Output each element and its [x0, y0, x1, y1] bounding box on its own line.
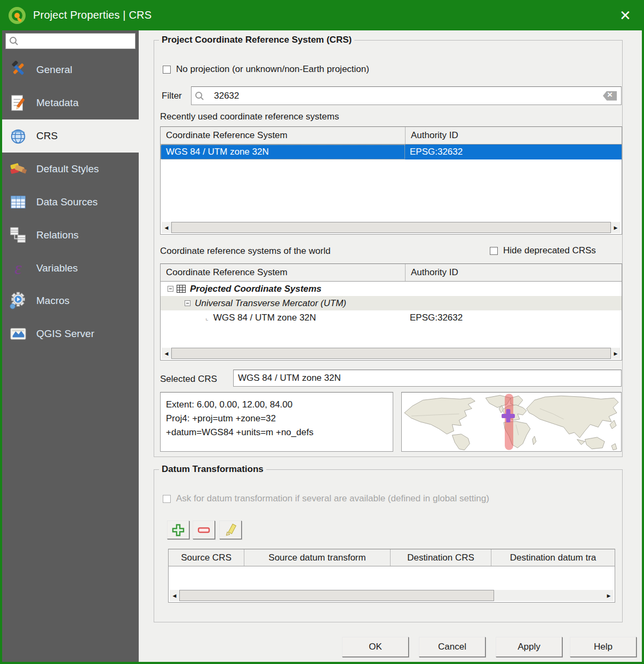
scrollbar-thumb[interactable]	[171, 348, 611, 359]
recent-crs-label: Recently used coordinate reference syste…	[160, 111, 339, 122]
tree-node-label: Projected Coordinate Systems	[190, 284, 322, 294]
sidebar-item-metadata[interactable]: Metadata	[2, 86, 139, 119]
scrollbar-thumb[interactable]	[171, 222, 611, 233]
hide-deprecated-label: Hide deprecated CRSs	[503, 245, 596, 256]
crs-extent-map-preview	[401, 392, 622, 452]
world-table-hscrollbar[interactable]: ◀ ▶	[162, 348, 621, 359]
search-icon	[195, 91, 204, 101]
scroll-right-icon[interactable]: ▶	[611, 348, 621, 359]
paintbrush-icon	[9, 159, 28, 179]
sidebar-item-general[interactable]: General	[2, 53, 139, 86]
window-title: Project Properties | CRS	[33, 9, 152, 21]
no-projection-label: No projection (or unknown/non-Earth proj…	[176, 64, 369, 75]
globe-icon	[9, 126, 28, 146]
filter-label: Filter	[162, 91, 182, 101]
ask-datum-label: Ask for datum transformation if several …	[176, 493, 489, 504]
world-crs-label: Coordinate reference systems of the worl…	[160, 246, 330, 257]
sidebar-item-macros[interactable]: Macros	[2, 284, 139, 317]
tree-node-utm[interactable]: Universal Transverse Mercator (UTM)	[161, 296, 622, 310]
recent-crs-authority[interactable]: EPSG:32632	[405, 145, 622, 159]
titlebar[interactable]: Project Properties | CRS ✕	[0, 0, 644, 30]
selected-crs-field[interactable]: WGS 84 / UTM zone 32N	[233, 370, 622, 387]
sidebar-item-qgis-server[interactable]: QGIS Server	[2, 317, 139, 350]
note-pencil-icon	[9, 93, 28, 113]
column-header-destination-transform[interactable]: Destination datum tra	[491, 549, 615, 566]
sidebar-item-label: Default Styles	[36, 163, 99, 175]
selected-crs-label: Selected CRS	[160, 374, 217, 385]
no-projection-checkbox[interactable]	[163, 66, 171, 74]
world-map-icon	[402, 393, 621, 451]
ok-button[interactable]: OK	[342, 637, 409, 657]
scroll-left-icon[interactable]: ◀	[162, 222, 171, 233]
help-button-label: Help	[594, 642, 613, 652]
datum-table-hscrollbar[interactable]: ◀ ▶	[170, 590, 614, 601]
remove-minus-icon	[197, 524, 210, 537]
column-header-authority[interactable]: Authority ID	[405, 264, 622, 281]
column-header-destination-crs[interactable]: Destination CRS	[390, 549, 491, 566]
world-table-header: Coordinate Reference System Authority ID	[161, 264, 622, 282]
tree-node-projected[interactable]: Projected Coordinate Systems	[161, 282, 622, 296]
scroll-left-icon[interactable]: ◀	[170, 590, 179, 601]
cancel-button[interactable]: Cancel	[419, 637, 486, 657]
gear-play-icon	[9, 291, 28, 310]
ask-datum-checkbox-row: Ask for datum transformation if several …	[163, 493, 489, 504]
ask-datum-checkbox	[163, 495, 171, 503]
recent-crs-row-selected[interactable]: WGS 84 / UTM zone 32N EPSG:32632	[161, 145, 622, 159]
clear-filter-icon[interactable]	[603, 91, 617, 101]
sidebar-item-crs[interactable]: CRS	[2, 119, 139, 153]
sidebar-item-label: CRS	[36, 130, 58, 142]
apply-button[interactable]: Apply	[496, 637, 562, 657]
cancel-button-label: Cancel	[438, 642, 466, 652]
collapse-icon[interactable]	[168, 286, 173, 292]
scroll-right-icon[interactable]: ▶	[604, 590, 614, 601]
hide-deprecated-checkbox[interactable]	[490, 247, 498, 255]
world-crs-table: Coordinate Reference System Authority ID…	[160, 263, 622, 361]
column-header-crs[interactable]: Coordinate Reference System	[161, 264, 405, 281]
sidebar-item-label: General	[36, 64, 73, 76]
column-header-source-transform[interactable]: Source datum transform	[244, 549, 390, 566]
sidebar-item-relations[interactable]: Relations	[2, 219, 139, 252]
tools-icon	[9, 60, 28, 79]
sidebar-item-variables[interactable]: ε Variables	[2, 252, 139, 285]
column-header-source-crs[interactable]: Source CRS	[169, 549, 244, 566]
crs-group-title: Project Coordinate Reference System (CRS…	[159, 35, 354, 45]
filter-value: 32632	[214, 91, 239, 101]
collapse-icon[interactable]	[185, 300, 190, 306]
sidebar-item-data-sources[interactable]: Data Sources	[2, 186, 139, 219]
tree-leaf-wgs84-utm32n[interactable]: ⌞ WGS 84 / UTM zone 32N EPSG:32632	[161, 310, 622, 325]
scroll-left-icon[interactable]: ◀	[162, 348, 171, 359]
sidebar-item-label: Macros	[36, 295, 69, 307]
close-icon[interactable]: ✕	[616, 6, 634, 25]
crs-proj4-line1: Proj4: +proj=utm +zone=32	[166, 412, 387, 426]
no-projection-checkbox-row[interactable]: No projection (or unknown/non-Earth proj…	[163, 64, 369, 75]
add-transform-button[interactable]	[167, 521, 189, 539]
project-properties-dialog: Project Properties | CRS ✕ General	[0, 0, 644, 664]
remove-transform-button[interactable]	[193, 521, 215, 539]
sidebar-search-input[interactable]	[21, 34, 135, 48]
hide-deprecated-checkbox-row[interactable]: Hide deprecated CRSs	[490, 245, 596, 256]
scrollbar-track[interactable]	[494, 590, 604, 601]
sidebar-item-label: Relations	[36, 229, 78, 241]
filter-input[interactable]: 32632	[191, 86, 622, 105]
apply-button-label: Apply	[518, 642, 540, 652]
recent-table-hscrollbar[interactable]: ◀ ▶	[162, 222, 621, 233]
sidebar-item-label: QGIS Server	[36, 328, 94, 340]
map-image-icon	[9, 324, 28, 343]
crs-extent-line: Extent: 6.00, 0.00, 12.00, 84.00	[166, 398, 387, 412]
scrollbar-thumb[interactable]	[179, 590, 494, 601]
tree-leaf-label: WGS 84 / UTM zone 32N	[213, 313, 316, 323]
recent-crs-name[interactable]: WGS 84 / UTM zone 32N	[161, 145, 405, 159]
scroll-right-icon[interactable]: ▶	[611, 222, 621, 233]
main-panel: Project Coordinate Reference System (CRS…	[139, 30, 642, 662]
recent-crs-table: Coordinate Reference System Authority ID…	[160, 126, 622, 235]
sidebar: General Metadata	[2, 30, 139, 662]
table-icon	[9, 193, 28, 212]
edit-transform-button[interactable]	[219, 521, 242, 539]
column-header-authority[interactable]: Authority ID	[405, 127, 622, 144]
recent-table-header: Coordinate Reference System Authority ID	[161, 127, 622, 145]
datum-table-header: Source CRS Source datum transform Destin…	[169, 549, 615, 566]
column-header-crs[interactable]: Coordinate Reference System	[161, 127, 405, 144]
sidebar-search[interactable]	[5, 33, 136, 49]
sidebar-item-default-styles[interactable]: Default Styles	[2, 153, 139, 186]
help-button[interactable]: Help	[570, 637, 637, 657]
